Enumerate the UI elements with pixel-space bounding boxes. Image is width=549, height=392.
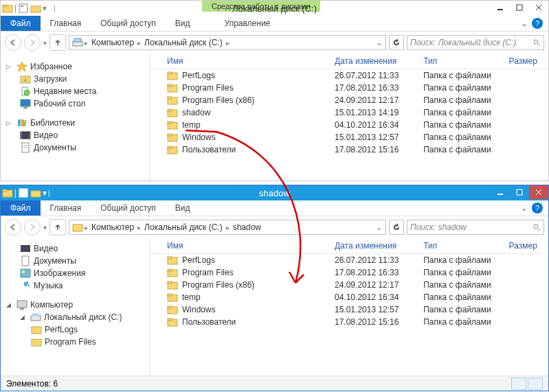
up-button[interactable] <box>49 34 66 51</box>
titlebar[interactable]: | ▾ | shadow <box>1 185 548 200</box>
nav-computer[interactable]: ◢Компьютер <box>1 299 150 311</box>
file-name: Пользователи <box>182 145 236 154</box>
nav-recent[interactable]: Недавние места <box>1 85 150 97</box>
file-type: Папка с файлами <box>423 120 508 130</box>
maximize-button[interactable] <box>510 185 529 199</box>
tab-view[interactable]: Вид <box>166 200 200 216</box>
view-icons-button[interactable] <box>528 378 543 390</box>
breadcrumb-item[interactable]: Локальный диск (C:) <box>142 38 225 47</box>
svg-rect-44 <box>19 189 27 197</box>
help-icon[interactable]: ? <box>532 18 543 29</box>
back-button[interactable] <box>5 34 21 51</box>
search-input[interactable]: Поиск: Локальный диск (C:) <box>407 35 544 50</box>
file-tab[interactable]: Файл <box>1 16 41 31</box>
nav-documents[interactable]: Документы <box>1 255 150 267</box>
table-row[interactable]: Program Files (x86)24.09.2012 12:17Папка… <box>150 279 548 291</box>
breadcrumb-item[interactable]: Локальный диск (C:) <box>142 222 225 232</box>
refresh-button[interactable] <box>389 35 404 50</box>
nav-libraries[interactable]: ▷Библиотеки <box>1 117 150 129</box>
svg-rect-72 <box>168 306 172 308</box>
breadcrumb-item[interactable]: Компьютер <box>89 38 136 47</box>
nav-pictures[interactable]: Изображения <box>1 267 150 279</box>
tab-home[interactable]: Главная <box>41 16 91 31</box>
nav-videos[interactable]: Видео <box>1 242 150 255</box>
table-row[interactable]: Пользователи17.08.2012 15:16Папка с файл… <box>150 143 548 156</box>
table-row[interactable]: Program Files17.08.2012 16:33Папка с фай… <box>150 82 548 94</box>
forward-button[interactable] <box>24 219 41 235</box>
refresh-button[interactable] <box>389 220 404 235</box>
tab-view[interactable]: Вид <box>166 16 200 31</box>
properties-icon[interactable] <box>18 3 29 14</box>
col-date[interactable]: Дата изменения <box>335 56 423 66</box>
status-item-count: Элементов: 6 <box>6 379 58 389</box>
maximize-button[interactable] <box>510 1 529 14</box>
file-name: Program Files (x86) <box>182 95 254 105</box>
close-button[interactable] <box>529 1 548 14</box>
search-icon <box>533 38 541 47</box>
tab-share[interactable]: Общий доступ <box>91 16 166 31</box>
nav-folder-programfiles[interactable]: Program Files <box>1 336 150 348</box>
table-row[interactable]: temp04.10.2012 16:34Папка с файлами <box>150 119 548 131</box>
tab-manage[interactable]: Управление <box>215 16 280 31</box>
minimize-button[interactable] <box>491 185 510 199</box>
svg-rect-61 <box>32 327 41 334</box>
svg-line-52 <box>538 229 540 231</box>
view-details-button[interactable] <box>511 378 526 390</box>
search-input[interactable]: Поиск: shadow <box>407 220 544 235</box>
recent-locations-icon[interactable]: ▾ <box>43 39 47 47</box>
address-bar[interactable]: ▸ Компьютер ▸ Локальный диск (C:) ▸ ⌄ <box>69 35 386 50</box>
tab-share[interactable]: Общий доступ <box>91 200 166 216</box>
nav-videos[interactable]: Видео <box>1 129 150 141</box>
back-button[interactable] <box>5 219 21 235</box>
open-folder-icon[interactable] <box>30 187 41 198</box>
ribbon-expand-icon[interactable]: ⌄ <box>521 19 528 28</box>
col-size[interactable]: Размер <box>509 241 548 251</box>
status-bar: Элементов: 6 <box>1 376 548 391</box>
file-type: Папка с файлами <box>423 95 508 105</box>
drive-icon <box>72 37 83 48</box>
table-row[interactable]: temp04.10.2012 16:34Папка с файлами <box>150 291 548 303</box>
table-row[interactable]: PerfLogs26.07.2012 11:33Папка с файлами <box>150 254 548 266</box>
breadcrumb-item[interactable]: Компьютер <box>89 222 136 232</box>
table-row[interactable]: PerfLogs26.07.2012 11:33Папка с файлами <box>150 69 548 82</box>
file-tab[interactable]: Файл <box>1 200 41 216</box>
breadcrumb-item[interactable]: shadow <box>231 222 263 232</box>
navigation-pane[interactable]: ▷Избранное Загрузки Недавние места Рабоч… <box>1 54 150 181</box>
forward-button[interactable] <box>24 34 41 51</box>
tab-home[interactable]: Главная <box>41 200 91 216</box>
address-bar[interactable]: ▸ Компьютер ▸ Локальный диск (C:) ▸ shad… <box>69 220 386 235</box>
col-type[interactable]: Тип <box>423 241 508 251</box>
col-name[interactable]: Имя <box>167 241 335 251</box>
table-row[interactable]: Program Files (x86)24.09.2012 12:17Папка… <box>150 94 548 106</box>
recent-locations-icon[interactable]: ▾ <box>43 224 47 231</box>
nav-music[interactable]: Музыка <box>1 279 150 292</box>
folder-icon <box>167 82 178 93</box>
navigation-pane[interactable]: Видео Документы Изображения Музыка ◢Комп… <box>1 238 150 376</box>
nav-drive-c[interactable]: ◢Локальный диск (C:) <box>1 311 150 323</box>
col-type[interactable]: Тип <box>423 56 508 66</box>
nav-favorites[interactable]: ▷Избранное <box>1 60 150 73</box>
col-size[interactable]: Размер <box>509 56 548 66</box>
up-button[interactable] <box>49 219 66 235</box>
ribbon-expand-icon[interactable]: ⌄ <box>521 203 528 213</box>
titlebar[interactable]: | ▾ | Средства работы с дисками Локальны… <box>1 1 548 16</box>
nav-folder-perflogs[interactable]: PerfLogs <box>1 323 150 336</box>
col-name[interactable]: Имя <box>167 56 335 66</box>
nav-downloads[interactable]: Загрузки <box>1 73 150 85</box>
minimize-button[interactable] <box>491 1 510 14</box>
column-headers[interactable]: Имя Дата изменения Тип Размер <box>150 54 548 69</box>
table-row[interactable]: Windows15.01.2013 12:57Папка с файлами <box>150 303 548 316</box>
col-date[interactable]: Дата изменения <box>335 241 423 251</box>
table-row[interactable]: Пользователи17.08.2012 15:16Папка с файл… <box>150 316 548 328</box>
column-headers[interactable]: Имя Дата изменения Тип Размер <box>150 238 548 254</box>
table-row[interactable]: Program Files17.08.2012 16:33Папка с фай… <box>150 266 548 279</box>
close-button[interactable] <box>529 185 548 199</box>
table-row[interactable]: Windows15.01.2013 12:57Папка с файлами <box>150 131 548 143</box>
open-folder-icon[interactable] <box>30 3 41 14</box>
help-icon[interactable]: ? <box>532 203 543 214</box>
table-row[interactable]: shadow15.01.2013 14:19Папка с файлами <box>150 106 548 119</box>
nav-documents[interactable]: Документы <box>1 141 150 154</box>
nav-desktop[interactable]: Рабочий стол <box>1 97 150 110</box>
properties-icon[interactable] <box>18 187 29 198</box>
folder-icon <box>167 132 178 143</box>
